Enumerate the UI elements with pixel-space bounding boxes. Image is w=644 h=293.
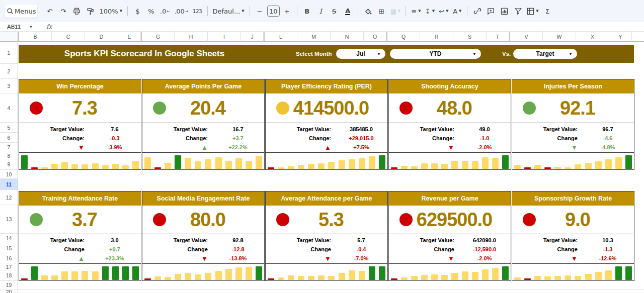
column-header-M[interactable]: M [297, 32, 331, 42]
column-header-R[interactable]: R [420, 32, 453, 42]
row-header-7[interactable]: 7 [0, 143, 18, 152]
column-header-E[interactable]: E [118, 32, 141, 42]
decrease-font-size-button[interactable]: − [254, 5, 266, 18]
text-color-button[interactable]: A [342, 5, 354, 18]
kpi-card[interactable]: Player Efficiency Rating (PER) 414500.0 … [265, 79, 388, 170]
row-header-10[interactable]: 10 [0, 170, 18, 179]
row-header-20[interactable]: 20 [0, 289, 18, 293]
zoom-select-button[interactable]: 100%▼ [98, 5, 124, 18]
column-header-L[interactable]: L [264, 32, 297, 42]
row-header-19[interactable]: 19 [0, 281, 18, 289]
kpi-card[interactable]: Revenue per Game 629500.0 Target Value: … [388, 191, 511, 281]
kpi-card[interactable]: Shooting Accuracy 48.0 Target Value: 49.… [388, 79, 511, 170]
chevron-down-icon[interactable]: ▼ [29, 25, 33, 29]
increase-font-size-button[interactable]: + [281, 5, 293, 18]
column-header-W[interactable]: W [543, 32, 576, 42]
kpi-card[interactable]: Injuries Per Season 92.1 Target Value: 9… [512, 79, 634, 170]
font-size-input-button[interactable]: 10 [267, 6, 280, 17]
row-header-5[interactable]: 5 [0, 123, 18, 133]
row-header-2[interactable]: 2 [0, 64, 18, 79]
kpi-value-area: 7.3 [19, 93, 141, 123]
increase-decimal-places-button[interactable]: .00→ [173, 5, 190, 18]
row-header-6[interactable]: 6 [0, 133, 18, 143]
column-header-J[interactable]: J [241, 32, 264, 42]
column-header-Q[interactable]: Q [386, 32, 420, 42]
functions-button[interactable]: Σ [541, 5, 554, 18]
more-formats-button[interactable]: 123 [191, 5, 204, 18]
column-header-C[interactable]: C [52, 32, 85, 42]
row-header-14[interactable]: 14 [0, 234, 18, 243]
strikethrough-button[interactable]: S [328, 5, 341, 18]
italic-button[interactable]: I [314, 5, 327, 18]
insert-link-button[interactable] [471, 5, 484, 18]
row-header-3[interactable]: 3 [0, 79, 18, 93]
kpi-card[interactable]: Average Attendance per Game 5.3 Target V… [265, 191, 388, 281]
merge-cells-button[interactable]: ▦▼ [389, 5, 403, 18]
toolbar-divider [467, 6, 467, 16]
fill-color-button[interactable] [362, 5, 374, 18]
borders-button[interactable]: ⊞ [375, 5, 388, 18]
column-header-S[interactable]: S [453, 32, 487, 42]
select-all-corner[interactable] [0, 32, 18, 42]
row-header-1[interactable]: 1 [0, 42, 18, 64]
column-header-I[interactable]: I [208, 32, 241, 42]
sheet-canvas[interactable]: Sports KPI Scorecard In Google Sheets Se… [18, 42, 644, 293]
month-dropdown[interactable]: Jul ▼ [336, 49, 385, 59]
print-button[interactable] [70, 5, 83, 18]
kpi-card[interactable]: Training Attendance Rate 3.7 Target Valu… [19, 191, 141, 281]
toolbar-divider [297, 6, 297, 16]
row-header-16[interactable]: 16 [0, 253, 18, 263]
insert-chart-button[interactable] [498, 5, 511, 18]
row-header-11[interactable]: 11 [0, 179, 18, 190]
column-header-D[interactable]: D [85, 32, 118, 42]
row-header-9[interactable]: 9 [0, 159, 18, 170]
menus-search-label: Menus [15, 8, 36, 15]
more-formats-icon: 123 [193, 9, 202, 14]
target-label: Target Value: [19, 237, 89, 243]
kpi-card[interactable]: Sponsorship Growth Rate 9.0 Target Value… [512, 191, 634, 281]
sparkline-bar [411, 166, 418, 169]
font-select-button[interactable]: Defaul...▼ [211, 5, 246, 18]
paint-format-button[interactable] [84, 5, 97, 18]
row-header-8[interactable]: 8 [0, 152, 18, 159]
create-filter-button[interactable] [512, 5, 524, 18]
vertical-align-button[interactable]: ↧▼ [424, 5, 436, 18]
kpi-card[interactable]: Average Points Per Game 20.4 Target Valu… [142, 79, 265, 170]
text-wrap-button[interactable]: ↩▼ [437, 5, 450, 18]
bold-button[interactable]: B [301, 5, 313, 18]
row-header-4[interactable]: 4 [0, 93, 18, 123]
column-header-T[interactable]: T [487, 32, 509, 42]
column-header-G[interactable]: G [141, 32, 175, 42]
format-as-percent-button[interactable]: % [145, 5, 157, 18]
kpi-card[interactable]: Social Media Engagement Rate 80.0 Target… [142, 191, 265, 281]
decrease-decimal-places-button[interactable]: .0← [158, 5, 172, 18]
text-rotation-button[interactable]: A▼ [451, 5, 463, 18]
row-header-18[interactable]: 18 [0, 270, 18, 281]
period-dropdown[interactable]: YTD ▼ [390, 49, 481, 59]
kpi-card[interactable]: Win Percentage 7.3 Target Value: 7.6 Cha… [19, 79, 141, 170]
name-box[interactable]: AB11 [0, 24, 29, 30]
table-views-button[interactable]: ▼ [525, 5, 540, 18]
row-header-13[interactable]: 13 [0, 205, 18, 234]
printer-icon [73, 8, 80, 15]
change-value: -4.6 [582, 135, 634, 141]
column-header-X[interactable]: X [576, 32, 609, 42]
redo-button[interactable]: ↷ [57, 5, 69, 18]
menus-search[interactable]: Menus [5, 5, 37, 18]
column-header-B[interactable]: B [18, 32, 52, 42]
row-header-15[interactable]: 15 [0, 243, 18, 253]
format-as-currency-button[interactable]: $ [131, 5, 144, 18]
column-header-H[interactable]: H [175, 32, 208, 42]
row-header-17[interactable]: 17 [0, 263, 18, 270]
column-header-O[interactable]: O [364, 32, 386, 42]
status-circle-icon [276, 213, 289, 226]
undo-button[interactable]: ↶ [43, 5, 56, 18]
column-header-Y[interactable]: Y [609, 32, 632, 42]
column-header-V[interactable]: V [509, 32, 543, 42]
compare-dropdown[interactable]: Target ▼ [513, 49, 577, 59]
horizontal-align-button[interactable]: ≡▼ [410, 5, 422, 18]
column-header-N[interactable]: N [331, 32, 364, 42]
row-header-12[interactable]: 12 [0, 190, 18, 205]
change-value: +0.7 [89, 246, 141, 252]
insert-comment-button[interactable] [485, 5, 497, 18]
